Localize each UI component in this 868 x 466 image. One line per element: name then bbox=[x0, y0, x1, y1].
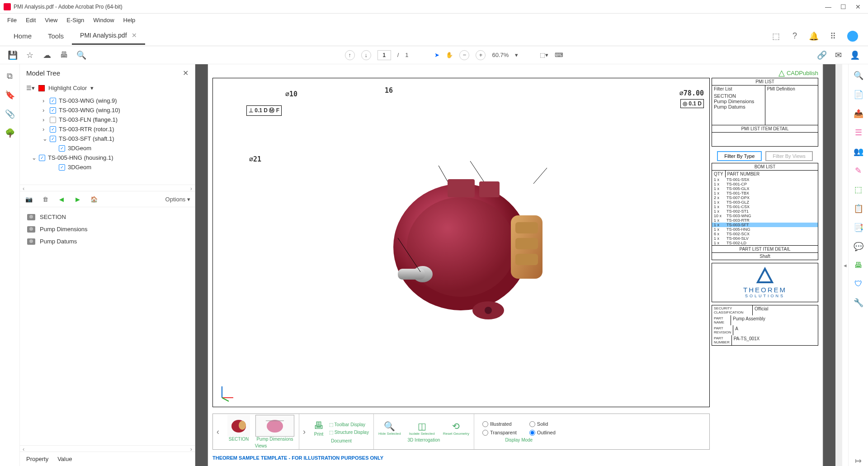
page-canvas[interactable]: CADPublish ⌀10 ⊥ 0.1 D Ⓜ F 16 ⌀78.00 ◎ 0… bbox=[208, 64, 823, 466]
hand-icon[interactable]: ✋ bbox=[446, 52, 453, 58]
protect-icon[interactable]: 🛡 bbox=[854, 279, 863, 289]
menu-help[interactable]: Help bbox=[120, 16, 139, 24]
delete-icon[interactable]: 🗑 bbox=[41, 195, 50, 204]
radio-solid[interactable]: Solid bbox=[529, 421, 556, 427]
menu-file[interactable]: File bbox=[4, 16, 20, 24]
views-next-icon[interactable]: › bbox=[299, 414, 309, 449]
tree-item[interactable]: ›TS-003-FLN (flange.1) bbox=[24, 115, 190, 124]
menu-view[interactable]: View bbox=[41, 16, 61, 24]
filter-type-button[interactable]: Filter By Type bbox=[717, 151, 762, 161]
menu-esign[interactable]: E-Sign bbox=[63, 16, 88, 24]
panel-close-icon[interactable]: ✕ bbox=[183, 69, 189, 77]
export-pdf-icon[interactable]: 📤 bbox=[854, 109, 863, 119]
apps-icon[interactable]: ⠿ bbox=[828, 32, 837, 41]
bom-row[interactable]: 10 xTS-003-WNG bbox=[712, 214, 818, 218]
bom-row[interactable]: 1 xTS-005-GLX bbox=[712, 186, 818, 191]
avatar[interactable] bbox=[847, 31, 858, 42]
bom-row[interactable]: 1 xTS-003-RTR bbox=[712, 218, 818, 223]
pump-3d-view[interactable] bbox=[371, 157, 552, 328]
toolbar-display-toggle[interactable]: ⬚ Toolbar Display bbox=[329, 422, 369, 427]
highlight-swatch[interactable] bbox=[38, 85, 45, 91]
reset-geometry-button[interactable]: ⟲ bbox=[443, 421, 469, 432]
tree-options-icon[interactable]: ☰▾ bbox=[26, 85, 35, 91]
bom-row[interactable]: 1 xTS-002-ST1 bbox=[712, 209, 818, 214]
zoom-in-icon[interactable]: + bbox=[476, 50, 486, 60]
bom-row[interactable]: 1 xTS-001-SSX bbox=[712, 177, 818, 182]
home-icon[interactable]: 🏠 bbox=[90, 195, 99, 204]
tab-tools[interactable]: Tools bbox=[40, 28, 72, 44]
pointer-icon[interactable]: ➤ bbox=[434, 52, 439, 58]
bom-row[interactable]: 6 xTS-002-SCX bbox=[712, 232, 818, 236]
tab-home[interactable]: Home bbox=[5, 28, 40, 44]
collapse-rightrail-icon[interactable]: ◂ bbox=[842, 64, 848, 466]
bom-row[interactable]: 1 xTS-001-TBX bbox=[712, 191, 818, 195]
save-icon[interactable]: 💾 bbox=[5, 48, 20, 62]
view-item[interactable]: SECTION bbox=[25, 211, 189, 223]
comment-icon[interactable]: 💬 bbox=[854, 242, 863, 252]
tab-close-icon[interactable]: ✕ bbox=[132, 32, 137, 39]
attachments-icon[interactable]: 📎 bbox=[5, 109, 15, 119]
camera-add-icon[interactable]: 📷 bbox=[24, 195, 33, 204]
radio-illustrated[interactable]: Illustrated bbox=[482, 421, 517, 427]
ruler-icon[interactable]: ⌨ bbox=[555, 52, 563, 58]
model-tree[interactable]: ›✓TS-003-WNG (wing.9)›✓TS-003-WNG (wing.… bbox=[20, 94, 195, 185]
radio-outlined[interactable]: Outlined bbox=[529, 430, 556, 436]
section-thumb[interactable] bbox=[227, 415, 250, 437]
fill-sign-icon[interactable]: ✎ bbox=[855, 166, 862, 176]
menu-edit[interactable]: Edit bbox=[22, 16, 39, 24]
bom-row[interactable]: 1 xTS-001-CSX bbox=[712, 204, 818, 209]
bom-row[interactable]: 1 xTS-004-SLV bbox=[712, 236, 818, 241]
tree-item[interactable]: ⌄✓TS-005-HNG (housing.1) bbox=[24, 153, 190, 162]
tree-item[interactable]: ⌄✓TS-003-SFT (shaft.1) bbox=[24, 134, 190, 143]
create-pdf-icon[interactable]: 📄 bbox=[854, 90, 863, 100]
cloud-icon[interactable]: ☁ bbox=[40, 48, 54, 62]
profile-icon[interactable]: 👤 bbox=[850, 50, 860, 60]
search-icon[interactable]: 🔍 bbox=[74, 48, 89, 62]
more-tools-icon[interactable]: 🔧 bbox=[854, 298, 863, 308]
minimize-button[interactable]: — bbox=[825, 3, 831, 10]
bom-row[interactable]: 1 xTS-005-HNG bbox=[712, 227, 818, 232]
zoom-value[interactable]: 60.7% bbox=[492, 52, 509, 58]
page-up-icon[interactable]: ↑ bbox=[345, 50, 355, 60]
edit-pdf-icon[interactable]: ☰ bbox=[855, 128, 862, 138]
maximize-button[interactable]: ☐ bbox=[840, 3, 846, 10]
email-icon[interactable]: ✉ bbox=[835, 50, 842, 60]
zoom-dropdown-icon[interactable]: ▾ bbox=[515, 52, 518, 58]
tree-item[interactable]: ✓3DGeom bbox=[24, 162, 190, 172]
structure-display-toggle[interactable]: ⬚ Structure Display bbox=[329, 430, 369, 435]
radio-transparent[interactable]: Transparent bbox=[482, 430, 517, 436]
bom-row[interactable]: 1 xTS-003-GLZ bbox=[712, 200, 818, 204]
compress-icon[interactable]: 📑 bbox=[854, 223, 863, 233]
tree-item[interactable]: ✓3DGeom bbox=[24, 143, 190, 153]
pumpdim-thumb[interactable] bbox=[255, 415, 294, 437]
star-icon[interactable]: ☆ bbox=[23, 48, 37, 62]
notifications-icon[interactable]: 🔔 bbox=[809, 32, 818, 41]
expand-icon[interactable]: ↦ bbox=[855, 456, 862, 466]
print-button[interactable]: 🖶 bbox=[314, 420, 324, 432]
bookmarks-icon[interactable]: 🔖 bbox=[5, 90, 15, 100]
hscroll-right[interactable]: › bbox=[190, 185, 192, 191]
options-label[interactable]: Options bbox=[165, 196, 186, 203]
zoom-out-icon[interactable]: − bbox=[459, 50, 469, 60]
bom-rows[interactable]: 1 xTS-001-SSX1 xTS-001-CP1 xTS-005-GLX1 … bbox=[712, 177, 818, 245]
request-signatures-icon[interactable]: 👥 bbox=[854, 147, 863, 157]
hscroll-left[interactable]: ‹ bbox=[23, 185, 24, 191]
bom-row[interactable]: 1 xTS-001-CP bbox=[712, 182, 818, 186]
thumbnails-icon[interactable]: ⧉ bbox=[5, 71, 15, 81]
menu-window[interactable]: Window bbox=[90, 16, 118, 24]
print-icon[interactable]: 🖶 bbox=[57, 48, 71, 62]
link-icon[interactable]: 🔗 bbox=[817, 50, 827, 60]
share-icon[interactable]: ⬚ bbox=[771, 32, 780, 41]
fit-icon[interactable]: ⬚▾ bbox=[540, 52, 548, 58]
vscrollbar[interactable] bbox=[835, 64, 842, 466]
highlight-label[interactable]: Highlight Color bbox=[48, 85, 87, 91]
bom-row[interactable]: 1 xTS-003-SFT bbox=[712, 223, 818, 227]
tree-item[interactable]: ›✓TS-003-WNG (wing.9) bbox=[24, 96, 190, 105]
prev-view-icon[interactable]: ◀ bbox=[57, 195, 66, 204]
tree-item[interactable]: ›✓TS-003-WNG (wing.10) bbox=[24, 105, 190, 115]
isolate-selected-button[interactable]: ◫ bbox=[409, 421, 435, 432]
help-icon[interactable]: ? bbox=[790, 32, 799, 41]
views-prev-icon[interactable]: ‹ bbox=[213, 414, 223, 449]
hide-selected-button[interactable]: 🔍 bbox=[378, 421, 401, 432]
view-item[interactable]: Pump Datums bbox=[25, 235, 189, 247]
